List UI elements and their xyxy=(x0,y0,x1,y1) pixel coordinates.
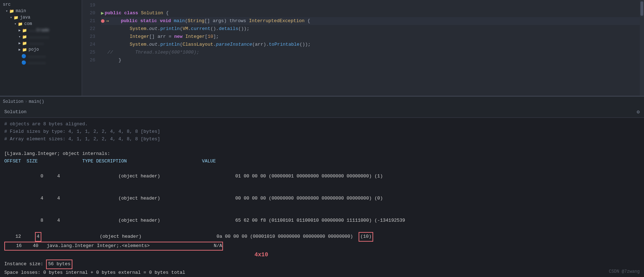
code-line-21: ⇒ public static void main ( String [] ar… xyxy=(101,17,644,25)
breadcrumb: Solution › main() xyxy=(0,96,644,106)
code-line-25: // Thread.sleep(600*1000); xyxy=(101,49,644,56)
expand-arrow-icon: ▾ xyxy=(14,22,16,26)
throws-keyword: throws xyxy=(229,17,246,25)
code-line-23: Integer [] arr = new Integer [ 10 ]; xyxy=(101,33,644,41)
folder-icon: 📁 xyxy=(22,47,27,52)
expand-arrow-icon: ▶ xyxy=(19,41,21,45)
table-row-12: 12 4 (object header) 0a 00 00 00 (000010… xyxy=(4,232,640,242)
panel-title: Solution xyxy=(4,109,26,115)
table-row-8: 8 4 (object header) 65 62 00 f8 (0110010… xyxy=(4,210,640,232)
table-row-4: 4 4 (object header) 00 00 00 00 (0000000… xyxy=(4,187,640,210)
console-output: # objects are 8 bytes aligned. # Field s… xyxy=(0,118,644,277)
debug-arrow-icon: ⇒ xyxy=(106,17,109,25)
folder-icon: 📁 xyxy=(9,9,14,14)
folder-icon: 📁 xyxy=(14,15,19,20)
editor-scrollbar[interactable] xyxy=(640,0,644,96)
sidebar-item-main[interactable]: ▾ 📁 main xyxy=(0,8,82,14)
red-box-instance-size: 56 bytes xyxy=(46,260,72,269)
console-line-class: [Ljava.lang.Integer; object internals: xyxy=(4,150,640,158)
expand-arrow-icon: ▶ xyxy=(19,28,21,32)
expand-arrow-icon: ▾ xyxy=(10,15,12,20)
table-row-0: 0 4 (object header) 01 00 00 00 (0000000… xyxy=(4,165,640,187)
red-box-size-12: 4 xyxy=(35,232,41,242)
folder-icon: 📁 xyxy=(18,22,23,26)
breadcrumb-solution: Solution xyxy=(3,99,24,104)
code-line-24: System . out . println ( ClassLayout . p… xyxy=(101,41,644,49)
code-line-26: } xyxy=(101,56,644,64)
sidebar-item-pojo[interactable]: ▶ 📁 pojo xyxy=(0,46,82,53)
code-line-19 xyxy=(101,1,644,9)
sidebar-item-blurred2[interactable]: ▶ 📁 ...... xyxy=(0,40,82,46)
red-box-value-10: (10) xyxy=(359,232,373,242)
folder-icon: 📁 xyxy=(22,35,27,39)
sidebar-item-file2[interactable]: 🔵 ....... xyxy=(0,59,82,66)
console-line-blank xyxy=(4,143,640,150)
expand-arrow-icon: ▾ xyxy=(6,9,8,13)
breadcrumb-separator: › xyxy=(25,99,27,104)
sidebar-item-java[interactable]: ▾ 📁 java xyxy=(0,14,82,21)
instance-size-line: Instance size: 56 bytes xyxy=(4,260,640,269)
panel-wrapper: # objects are 8 bytes aligned. # Field s… xyxy=(0,118,644,277)
code-editor: 19 20 21 22 23 24 25 26 ▶ public xyxy=(82,0,644,96)
folder-icon: 📁 xyxy=(22,28,27,33)
breakpoint-icon xyxy=(101,19,105,23)
space-losses-line: Space losses: 0 bytes internal + 0 bytes… xyxy=(4,269,640,277)
line-numbers: 19 20 21 22 23 24 25 26 xyxy=(82,0,98,96)
code-content: ▶ public class Solution { ⇒ public stati xyxy=(98,0,644,96)
sidebar-item-file1[interactable]: 🔵 ....... xyxy=(0,53,82,59)
file-icon: 🔵 xyxy=(21,54,26,59)
bottom-panel: Solution ⚙ # objects are 8 bytes aligned… xyxy=(0,106,644,277)
console-line-3: # Array element sizes: 4, 1, 1, 2, 2, 4,… xyxy=(4,136,640,143)
code-line-20: ▶ public class Solution { xyxy=(101,9,644,17)
console-line-2: # Field sizes by type: 4, 1, 1, 2, 2, 4,… xyxy=(4,128,640,136)
sidebar-root: src xyxy=(0,1,82,8)
table-row-16: 16 40 java.lang.Integer Integer;.<elemen… xyxy=(4,242,223,251)
scrollbar-thumb xyxy=(640,1,643,16)
folder-icon: 📁 xyxy=(22,41,27,46)
sidebar: src ▾ 📁 main ▾ 📁 java ▾ 📁 com ▶ 📁 ...tra… xyxy=(0,0,82,96)
run-arrow-icon: ▶ xyxy=(101,9,104,17)
sidebar-item-trade[interactable]: ▶ 📁 ...trade xyxy=(0,27,82,34)
sidebar-item-com[interactable]: ▾ 📁 com xyxy=(0,21,82,27)
breadcrumb-main: main() xyxy=(29,99,44,104)
code-line-22: System . out . println ( VM . current ()… xyxy=(101,25,644,33)
console-line-1: # objects are 8 bytes aligned. xyxy=(4,121,640,128)
console-line-header: OFFSET SIZE TYPE DESCRIPTION VALUE xyxy=(4,158,640,165)
sidebar-item-blurred1[interactable]: ▾ 📁 ........ xyxy=(0,34,82,40)
expand-arrow-icon: ▶ xyxy=(19,47,21,52)
expand-arrow-icon: ▾ xyxy=(19,35,21,39)
annotation-4x10: 4x10 xyxy=(254,251,268,260)
annotation-line: 4x10 xyxy=(4,251,640,260)
panel-header: Solution ⚙ xyxy=(0,106,644,118)
file-icon: 🔵 xyxy=(21,60,26,65)
gear-icon[interactable]: ⚙ xyxy=(637,109,640,115)
watermark: CSDN @7zwang xyxy=(609,269,640,274)
